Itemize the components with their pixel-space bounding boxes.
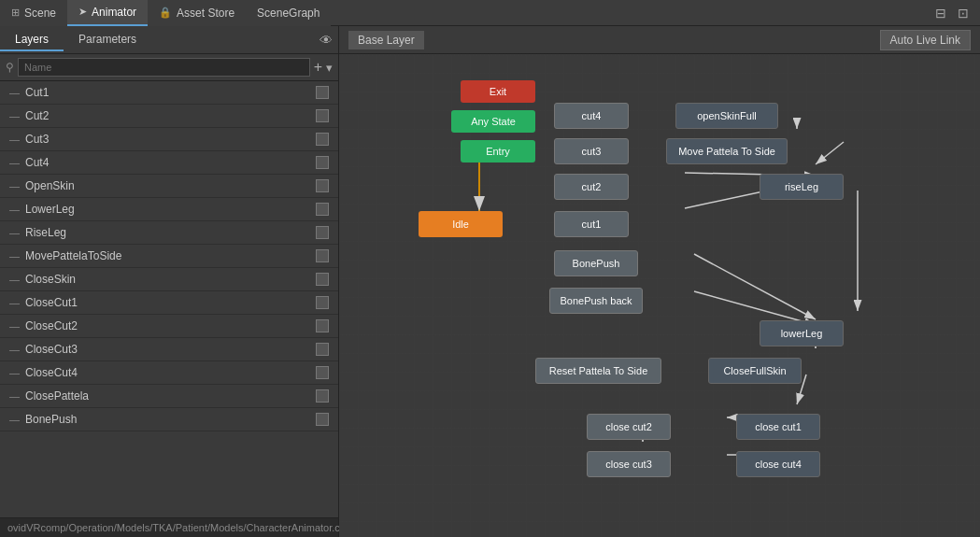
layer-item[interactable]: — CloseCut2	[0, 315, 338, 338]
search-row: ⚲ + ▾	[0, 54, 338, 81]
layer-dash: —	[9, 227, 20, 238]
node-idle[interactable]: Idle	[419, 211, 503, 237]
node-entry[interactable]: Entry	[461, 140, 535, 163]
animator-icon: ➤	[78, 6, 87, 18]
layers-menu-button[interactable]: ▾	[326, 61, 333, 75]
node-resetPattelaToSide[interactable]: Reset Pattela To Side	[535, 358, 661, 384]
node-cut1[interactable]: cut1	[554, 211, 629, 237]
asset-store-icon: 🔒	[159, 7, 172, 19]
canvas-area[interactable]: ExitAny StateEntryIdlecut1cut2cut3cut4op…	[339, 54, 980, 537]
layer-item[interactable]: — CloseCut3	[0, 338, 338, 361]
node-openSkinFull[interactable]: openSkinFull	[675, 103, 778, 129]
layer-dash: —	[9, 274, 20, 285]
layer-checkbox[interactable]	[316, 226, 329, 239]
tab-scene-graph-label: SceneGraph	[257, 7, 320, 20]
layer-item[interactable]: — CloseCut1	[0, 291, 338, 315]
tab-animator-label: Animator	[92, 6, 136, 19]
animator-header: Base Layer Auto Live Link	[339, 26, 980, 54]
node-any-state[interactable]: Any State	[451, 110, 535, 133]
layer-item[interactable]: — OpenSkin	[0, 175, 338, 198]
scene-icon: ⊞	[11, 7, 20, 19]
layer-item[interactable]: — Cut3	[0, 128, 338, 151]
layer-name: OpenSkin	[25, 179, 316, 192]
layer-dash: —	[9, 414, 20, 425]
layer-checkbox[interactable]	[316, 203, 329, 216]
layer-dash: —	[9, 297, 20, 308]
tab-scene[interactable]: ⊞ Scene	[0, 0, 67, 26]
tab-parameters[interactable]: Parameters	[64, 29, 151, 51]
layer-dash: —	[9, 320, 20, 332]
layer-checkbox[interactable]	[316, 319, 329, 332]
layer-item[interactable]: — CloseSkin	[0, 268, 338, 291]
layer-checkbox[interactable]	[316, 389, 329, 403]
layer-checkbox[interactable]	[316, 156, 329, 169]
layer-item[interactable]: — Cut4	[0, 151, 338, 175]
layer-checkbox[interactable]	[316, 109, 329, 122]
top-bar: ⊞ Scene ➤ Animator 🔒 Asset Store SceneGr…	[0, 0, 980, 26]
add-layer-button[interactable]: +	[314, 59, 322, 76]
layer-dash: —	[9, 344, 20, 355]
layer-checkbox[interactable]	[316, 413, 329, 426]
layer-name: BonePush	[25, 413, 316, 426]
node-bonePush[interactable]: BonePush	[554, 250, 638, 276]
layer-checkbox[interactable]	[316, 273, 329, 286]
layer-item[interactable]: — LowerLeg	[0, 198, 338, 221]
bottom-path: ovidVRcomp/Operation/Models/TKA/Patient/…	[0, 517, 338, 537]
layer-dash: —	[9, 204, 20, 215]
node-bonePushBack[interactable]: BonePush back	[549, 288, 643, 314]
layer-dash: —	[9, 157, 20, 168]
layer-item[interactable]: — CloseCut4	[0, 361, 338, 385]
tab-animator[interactable]: ➤ Animator	[67, 0, 148, 26]
search-input[interactable]	[18, 58, 310, 77]
layer-item[interactable]: — ClosePattela	[0, 385, 338, 408]
layer-item[interactable]: — Cut2	[0, 105, 338, 128]
node-exit[interactable]: Exit	[461, 80, 535, 103]
tab-asset-store-label: Asset Store	[177, 7, 234, 20]
layer-item[interactable]: — MovePattelaToSide	[0, 245, 338, 268]
layout-btn[interactable]: ⊡	[954, 4, 973, 22]
layer-dash: —	[9, 110, 20, 121]
layer-item[interactable]: — RiseLeg	[0, 221, 338, 245]
eye-btn[interactable]: 👁	[320, 33, 333, 48]
layer-dash: —	[9, 134, 20, 145]
sub-tabs-right: 👁	[320, 33, 338, 48]
layer-dash: —	[9, 180, 20, 191]
layer-checkbox[interactable]	[316, 296, 329, 309]
node-cut2[interactable]: cut2	[554, 174, 629, 200]
layer-name: CloseCut3	[25, 343, 316, 356]
node-closeCut4[interactable]: close cut4	[736, 451, 820, 477]
layer-dash: —	[9, 390, 20, 402]
node-lowerLeg[interactable]: lowerLeg	[760, 320, 844, 346]
layer-checkbox[interactable]	[316, 179, 329, 192]
layer-checkbox[interactable]	[316, 343, 329, 356]
node-closeCut2[interactable]: close cut2	[587, 414, 671, 440]
node-closeFullSkin[interactable]: CloseFullSkin	[708, 358, 802, 384]
node-riseLeg[interactable]: riseLeg	[760, 174, 844, 200]
left-panel: Layers Parameters 👁 ⚲ + ▾ — Cut1 — Cut2 …	[0, 26, 339, 537]
node-closeCut3[interactable]: close cut3	[587, 451, 671, 477]
base-layer-tab[interactable]: Base Layer	[348, 31, 424, 49]
layer-name: CloseSkin	[25, 273, 316, 286]
main-layout: Layers Parameters 👁 ⚲ + ▾ — Cut1 — Cut2 …	[0, 26, 980, 537]
layer-name: CloseCut4	[25, 366, 316, 379]
layer-item[interactable]: — Cut1	[0, 81, 338, 105]
layer-item[interactable]: — BonePush	[0, 408, 338, 431]
layer-list: — Cut1 — Cut2 — Cut3 — Cut4 — OpenSkin —…	[0, 81, 338, 517]
node-cut4[interactable]: cut4	[554, 103, 629, 129]
search-icon: ⚲	[6, 61, 14, 74]
node-closeCut1[interactable]: close cut1	[736, 414, 820, 440]
auto-live-link-button[interactable]: Auto Live Link	[880, 30, 971, 50]
layer-checkbox[interactable]	[316, 133, 329, 146]
tab-asset-store[interactable]: 🔒 Asset Store	[148, 0, 246, 26]
layer-checkbox[interactable]	[316, 249, 329, 262]
tab-scene-graph[interactable]: SceneGraph	[246, 0, 331, 26]
node-movePattelaToSide[interactable]: Move Pattela To Side	[666, 138, 788, 164]
layer-name: Cut1	[25, 86, 316, 99]
layer-checkbox[interactable]	[316, 366, 329, 379]
collapse-btn[interactable]: ⊟	[931, 4, 950, 22]
node-cut3[interactable]: cut3	[554, 138, 629, 164]
layer-name: LowerLeg	[25, 203, 316, 216]
layer-checkbox[interactable]	[316, 86, 329, 99]
tab-layers[interactable]: Layers	[0, 29, 64, 51]
layer-name: Cut2	[25, 109, 316, 122]
